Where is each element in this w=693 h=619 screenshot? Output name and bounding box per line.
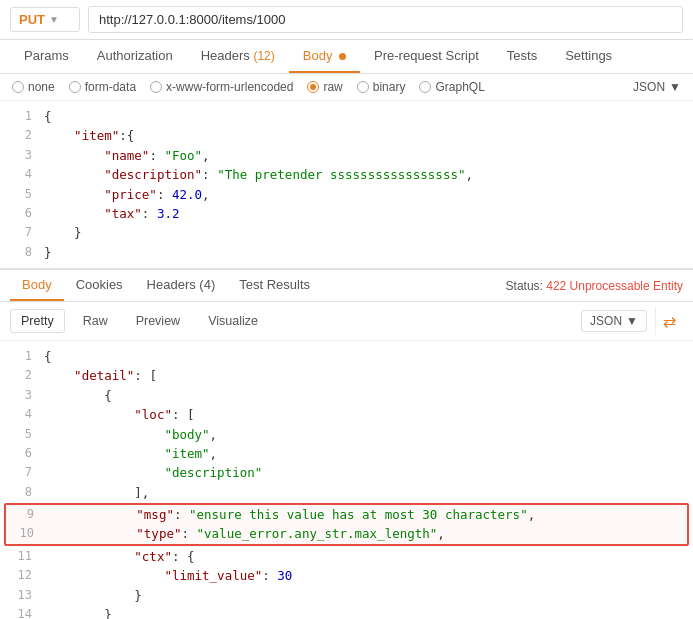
resp-content-14: } [44,605,112,619]
bottom-tabs-bar: Body Cookies Headers (4) Test Results St… [0,270,693,302]
line-num-5: 5 [10,185,32,204]
radio-graphql[interactable]: GraphQL [419,80,484,94]
code-content-3: "name": "Foo", [44,146,210,165]
resp-line-8: 8 ], [0,483,693,502]
status-value: 422 Unprocessable Entity [546,279,683,293]
resp-line-10: 10 "type": "value_error.any_str.max_leng… [6,524,687,543]
resp-line-11: 11 "ctx": { [0,547,693,566]
method-selector[interactable]: PUT ▼ [10,7,80,32]
radio-binary-label: binary [373,80,406,94]
resp-content-8: ], [44,483,149,502]
resp-tab-pretty[interactable]: Pretty [10,309,65,333]
code-line-5: 5 "price": 42.0, [0,185,693,204]
line-num-3: 3 [10,146,32,165]
resp-content-10: "type": "value_error.any_str.max_length"… [46,524,445,543]
resp-num-4: 4 [10,405,32,424]
resp-content-6: "item", [44,444,217,463]
resp-line-5: 5 "body", [0,425,693,444]
radio-form-data[interactable]: form-data [69,80,136,94]
radio-url-encoded-circle [150,81,162,93]
code-line-3: 3 "name": "Foo", [0,146,693,165]
resp-num-12: 12 [10,566,32,585]
headers-badge: (12) [253,49,274,63]
resp-line-9: 9 "msg": "ensure this value has at most … [6,505,687,524]
tab-headers[interactable]: Headers (12) [187,40,289,73]
url-input[interactable] [88,6,683,33]
radio-graphql-label: GraphQL [435,80,484,94]
bottom-tab-cookies[interactable]: Cookies [64,270,135,301]
tab-pre-request[interactable]: Pre-request Script [360,40,493,73]
code-line-2: 2 "item":{ [0,126,693,145]
code-content-4: "description": "The pretender ssssssssss… [44,165,473,184]
radio-raw-label: raw [323,80,342,94]
resp-content-4: "loc": [ [44,405,195,424]
json-format-dropdown[interactable]: JSON ▼ [633,80,681,94]
resp-line-2: 2 "detail": [ [0,366,693,385]
resp-content-13: } [44,586,142,605]
resp-num-3: 3 [10,386,32,405]
line-num-4: 4 [10,165,32,184]
radio-url-encoded[interactable]: x-www-form-urlencoded [150,80,293,94]
resp-tab-preview[interactable]: Preview [126,310,190,332]
highlighted-block: 9 "msg": "ensure this value has at most … [4,503,689,546]
response-json-dropdown[interactable]: JSON ▼ [581,310,647,332]
resp-content-12: "limit_value": 30 [44,566,292,585]
tab-tests[interactable]: Tests [493,40,551,73]
bottom-tab-headers[interactable]: Headers (4) [135,270,228,301]
line-num-7: 7 [10,223,32,242]
resp-content-11: "ctx": { [44,547,195,566]
resp-line-4: 4 "loc": [ [0,405,693,424]
json-dropdown-arrow: ▼ [669,80,681,94]
resp-tab-raw[interactable]: Raw [73,310,118,332]
radio-none[interactable]: none [12,80,55,94]
tab-authorization[interactable]: Authorization [83,40,187,73]
resp-content-9: "msg": "ensure this value has at most 30… [46,505,535,524]
code-content-8: } [44,243,52,262]
resp-line-1: 1 { [0,347,693,366]
line-num-1: 1 [10,107,32,126]
resp-line-7: 7 "description" [0,463,693,482]
response-code-viewer: 1 { 2 "detail": [ 3 { 4 "loc": [ 5 "body… [0,341,693,619]
url-bar: PUT ▼ [0,0,693,40]
status-info: Status: 422 Unprocessable Entity [506,279,683,293]
resp-num-11: 11 [10,547,32,566]
code-line-4: 4 "description": "The pretender ssssssss… [0,165,693,184]
resp-num-7: 7 [10,463,32,482]
resp-tab-visualize[interactable]: Visualize [198,310,268,332]
tab-body[interactable]: Body [289,40,360,73]
resp-num-2: 2 [10,366,32,385]
code-content-2: "item":{ [44,126,134,145]
tab-params[interactable]: Params [10,40,83,73]
method-value: PUT [19,12,45,27]
bottom-tab-test-results[interactable]: Test Results [227,270,322,301]
code-content-6: "tax": 3.2 [44,204,180,223]
resp-num-10: 10 [12,524,34,543]
resp-content-3: { [44,386,112,405]
resp-num-5: 5 [10,425,32,444]
wrap-lines-icon[interactable]: ⇄ [655,307,683,335]
resp-content-1: { [44,347,52,366]
resp-line-6: 6 "item", [0,444,693,463]
bottom-tab-body[interactable]: Body [10,270,64,301]
code-line-1: 1 { [0,107,693,126]
method-arrow-icon: ▼ [49,14,59,25]
resp-num-8: 8 [10,483,32,502]
radio-raw-circle [307,81,319,93]
radio-binary[interactable]: binary [357,80,406,94]
resp-num-9: 9 [12,505,34,524]
line-num-2: 2 [10,126,32,145]
resp-num-14: 14 [10,605,32,619]
radio-raw[interactable]: raw [307,80,342,94]
resp-num-6: 6 [10,444,32,463]
resp-json-label: JSON [590,314,622,328]
resp-line-12: 12 "limit_value": 30 [0,566,693,585]
body-dot [339,53,346,60]
tab-settings[interactable]: Settings [551,40,626,73]
code-content-1: { [44,107,52,126]
radio-binary-circle [357,81,369,93]
response-toolbar: Pretty Raw Preview Visualize JSON ▼ ⇄ [0,302,693,341]
request-body-editor[interactable]: 1 { 2 "item":{ 3 "name": "Foo", 4 "descr… [0,101,693,270]
code-line-7: 7 } [0,223,693,242]
radio-graphql-circle [419,81,431,93]
status-label: Status: [506,279,543,293]
